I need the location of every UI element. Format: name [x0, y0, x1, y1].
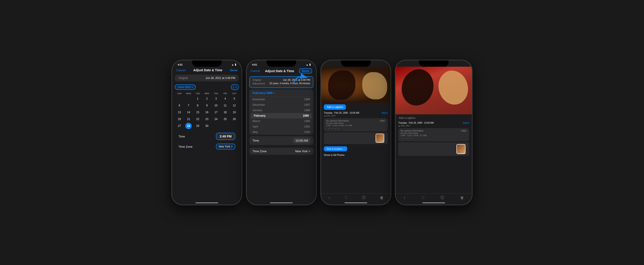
cal-day-25[interactable]: 25 — [222, 116, 228, 122]
timezone-row-2: Time Zone New York > — [249, 148, 313, 155]
cal-day-28-selected[interactable]: 28 — [185, 123, 192, 129]
caption-text-area-4: Add a caption — [396, 114, 472, 120]
cal-day-10[interactable]: 10 — [213, 102, 219, 109]
picker-title-2: February 1989 — [252, 91, 272, 95]
cancel-button-2[interactable]: Cancel — [251, 69, 260, 73]
battery-icon-1: ▮ — [235, 63, 236, 66]
cal-day-8[interactable]: 8 — [194, 102, 201, 109]
picker-item-may1992[interactable]: May 1992 — [249, 129, 313, 135]
add-caption-button-3[interactable]: Add a caption — [324, 104, 346, 110]
picker-item-apr1991[interactable]: April 1991 — [249, 124, 313, 129]
cal-day-4[interactable]: 4 — [222, 95, 228, 102]
cal-day-21[interactable]: 21 — [185, 116, 192, 122]
cal-week-1: 1 2 3 4 5 — [175, 95, 239, 102]
cal-day-14[interactable]: 14 — [185, 109, 192, 115]
nav-title-1: Adjust Date & Time — [193, 68, 222, 72]
cal-day-3[interactable]: 3 — [213, 95, 219, 102]
meta-row-4: Tuesday · Feb 28, 1989 · 10:00 AM Adjust — [396, 120, 472, 125]
next-month-arrow[interactable]: › — [236, 85, 236, 89]
camera-info-3: No camera information — [326, 120, 349, 122]
picker-item-dec1987[interactable]: December 1987 — [249, 102, 313, 108]
share-icon-3[interactable]: ↑ — [328, 196, 330, 200]
cal-day-11[interactable]: 11 — [222, 102, 228, 109]
cal-day-17[interactable]: 17 — [213, 109, 219, 115]
picker-item-jan1988[interactable]: January 1988 — [249, 108, 313, 113]
meta-row-3: Tuesday · Feb 28, 1989 · 10:00 AM Adjust — [321, 110, 390, 115]
adjustment-label-2: Adjustment — [252, 82, 265, 85]
picker-chevron-2: ∨ — [274, 92, 275, 94]
cal-day-18[interactable]: 18 — [222, 109, 228, 115]
original-label-1: Original — [178, 76, 188, 80]
trash-icon-4[interactable]: 🗑 — [460, 196, 464, 200]
dog-light-3 — [362, 72, 387, 99]
timezone-label-2: Time Zone — [252, 150, 266, 153]
cal-day-20[interactable]: 20 — [176, 116, 182, 122]
picker-item-nov1986[interactable]: November 1986 — [249, 97, 313, 102]
heart-icon-3[interactable]: ♡ — [344, 196, 348, 200]
add-location-button-3[interactable]: Add a location... — [324, 146, 347, 151]
cal-day-30[interactable]: 30 — [204, 123, 210, 129]
trash-icon-3[interactable]: 🗑 — [380, 196, 384, 200]
show-all-button-3[interactable]: Show in All Photos — [321, 153, 390, 157]
timezone-value-1[interactable]: New York > — [216, 144, 235, 150]
home-indicator-3 — [344, 202, 367, 203]
time-row-1: Time 3:49 PM — [175, 131, 239, 141]
notch-3 — [341, 60, 370, 67]
cal-day-5[interactable]: 5 — [231, 95, 238, 102]
done-button-1[interactable]: Done — [230, 68, 238, 72]
caption-text-4[interactable]: Add a caption — [399, 116, 415, 120]
month-nav-arrows-1[interactable]: ‹ › — [231, 84, 239, 90]
scroll-picker-2[interactable]: February 1989 ∨ November 1986 December 1… — [249, 89, 313, 135]
cal-day-12[interactable]: 12 — [231, 102, 238, 109]
cal-day-13[interactable]: 13 — [176, 109, 182, 115]
picker-item-mar1990[interactable]: March 1990 — [249, 118, 313, 124]
meta-date-3: Tuesday · Feb 28, 1989 · 10:00 AM — [324, 112, 359, 114]
share-icon-4[interactable]: ↑ — [404, 196, 405, 200]
cal-day-9[interactable]: 9 — [204, 102, 210, 109]
cal-day-26[interactable]: 26 — [231, 116, 238, 122]
battery-icon-2: ▮ — [309, 63, 311, 66]
phone-3-screen: Add a caption Tuesday · Feb 28, 1989 · 1… — [321, 60, 390, 205]
cal-day-23[interactable]: 23 — [204, 116, 210, 122]
photo-area-4 — [396, 67, 472, 114]
cal-day-27[interactable]: 27 — [176, 123, 182, 129]
picker-list-2: November 1986 December 1987 January 1988… — [249, 97, 313, 135]
cal-day-1[interactable]: 1 — [194, 95, 201, 102]
cal-day-2[interactable]: 2 — [204, 95, 210, 102]
info-icon-3[interactable]: ⓘ — [362, 195, 366, 200]
nav-title-2: Adjust Date & Time — [265, 69, 294, 73]
location-area-3: Add a location... — [321, 145, 390, 153]
prev-month-arrow[interactable]: ‹ — [233, 85, 234, 89]
photo-area-3 — [321, 67, 390, 103]
cal-day-7[interactable]: 7 — [185, 102, 192, 109]
cancel-button-1[interactable]: Cancel — [176, 68, 185, 72]
photo-bg-4 — [396, 67, 472, 114]
timezone-row-1: Time Zone New York > — [175, 142, 239, 151]
month-button-1[interactable]: June 2021 > — [175, 84, 196, 90]
cal-day-15[interactable]: 15 — [194, 109, 201, 115]
phone-4: Add a caption Tuesday · Feb 28, 1989 · 1… — [395, 60, 472, 205]
heart-icon-4[interactable]: ♡ — [422, 196, 425, 200]
camera-info-4: No camera information — [400, 130, 424, 132]
day-wed: WED — [202, 92, 212, 95]
thumb-area-3 — [324, 132, 388, 144]
screenshots-container: 4:01 ▲ ▮ Cancel Adjust Date & Time Done … — [172, 60, 472, 205]
time-value-2[interactable]: 10:00 AM — [293, 138, 310, 143]
notch-4 — [419, 60, 448, 67]
cal-day-16[interactable]: 16 — [204, 109, 210, 115]
cal-day-22[interactable]: 22 — [194, 116, 201, 122]
done-button-2[interactable]: Done — [299, 68, 312, 73]
cal-day-6[interactable]: 6 — [176, 102, 182, 109]
info-icon-4[interactable]: ⓘ — [440, 195, 444, 200]
phone-1-screen: 4:01 ▲ ▮ Cancel Adjust Date & Time Done … — [172, 60, 242, 205]
cal-day-29[interactable]: 29 — [194, 123, 201, 129]
time-value-1[interactable]: 3:49 PM — [216, 133, 235, 140]
adjust-link-3[interactable]: Adjust — [382, 112, 388, 114]
picker-item-feb1989-selected[interactable]: February 1989 — [251, 113, 312, 118]
timezone-value-2[interactable]: New York > — [295, 150, 310, 153]
adjust-link-4[interactable]: Adjust — [463, 122, 469, 124]
adjustment-info-row: Adjustment -32 years, 4 months, 5 hours,… — [252, 82, 310, 85]
cal-day-24[interactable]: 24 — [213, 116, 219, 122]
day-thu: THU — [212, 92, 220, 95]
cal-day-19[interactable]: 19 — [231, 109, 238, 115]
